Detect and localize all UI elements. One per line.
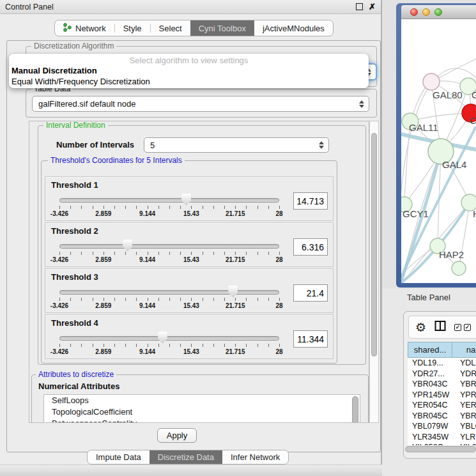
tab-impute-data[interactable]: Impute Data [88,450,150,464]
tab-label: jActiveMNodules [263,24,325,33]
slider-thumb[interactable] [181,194,191,206]
tick-mark [268,252,269,255]
list-scrollbar[interactable] [352,396,358,423]
tick-mark [125,298,126,301]
slider-track[interactable] [59,244,279,249]
threshold-value-field[interactable]: 6.316 [293,238,328,256]
tick-mark [279,252,280,255]
network-canvas[interactable]: GAL80GACGAL11GAL4GCY1HHAP2 [401,19,476,283]
tick-mark [148,206,148,209]
threshold-value-field[interactable]: 11.344 [293,330,328,348]
settings-vertical-scrollbar[interactable] [369,121,379,423]
tick-mark [136,298,137,301]
attribute-list-item[interactable]: SelfLoops [44,395,360,406]
number-of-intervals-combobox[interactable]: 5 [144,137,329,153]
attribute-list-item[interactable]: BetweennessCentrality [44,418,360,423]
table-row[interactable]: YDR27...YDR27... [408,369,476,380]
tick-label: 2.859 [95,210,111,217]
tick-mark [203,252,203,255]
slider-track[interactable] [59,198,279,203]
tab-network[interactable]: Network [55,20,114,36]
network-node[interactable] [423,73,440,90]
table-cell: YDR27... [408,369,452,378]
algorithm-option[interactable]: Equal Width/Frequency Discretization [9,76,369,87]
table-cell: YER054C [452,401,476,410]
control-panel: Control Panel ✗ NetworkStyleSelectCyni T… [0,0,382,476]
slider-thumb[interactable] [228,286,238,298]
table-row[interactable]: YIL052CYIL052C [408,442,476,445]
tab-discretize-data[interactable]: Discretize Data [150,450,222,464]
tick-mark [93,344,93,347]
tick-mark [257,298,258,301]
minimize-traffic-light-icon[interactable] [422,8,430,16]
tick-mark [158,206,159,209]
slider-thumb[interactable] [158,332,167,344]
tab-jactivemnodules[interactable]: jActiveMNodules [254,20,333,36]
slider-track[interactable] [59,336,279,341]
zoom-traffic-light-icon[interactable] [434,8,442,16]
network-node[interactable] [452,261,466,275]
table-row[interactable]: YBR045CYBR045C [408,411,476,422]
float-window-icon[interactable] [356,3,363,10]
network-view-window[interactable]: GAL80GACGAL11GAL4GCY1HHAP2 [396,3,476,288]
tick-mark [93,298,93,301]
tick-mark [279,344,280,347]
tick-mark [169,252,170,255]
threshold-value-field[interactable]: 21.4 [293,284,328,302]
table-data-combobox[interactable]: galFiltered.sif default node [32,96,369,112]
table-row[interactable]: YBL079WYBL079W [408,421,476,432]
checkbox-icon[interactable]: ✓ [454,324,461,331]
tick-mark [180,344,181,347]
tick-mark [235,298,236,301]
tick-mark [148,344,148,347]
control-panel-title: Control Panel [5,3,54,12]
tab-label: Impute Data [96,452,141,462]
split-columns-icon[interactable] [434,320,446,334]
threshold-slider[interactable]: -3.4262.8599.14415.4321.71528 [59,177,279,220]
tick-mark [246,206,247,209]
checkbox-icon[interactable]: ✓ [464,324,471,331]
tick-mark [257,344,258,347]
table-row[interactable]: YBR043CYBR043C [408,379,476,390]
tick-mark [169,344,170,347]
slider-track[interactable] [59,290,279,295]
tick-mark [203,344,203,347]
close-icon[interactable]: ✗ [369,3,376,11]
tab-style[interactable]: Style [115,20,150,36]
threshold-slider[interactable]: -3.4262.8599.14415.4321.71528 [59,315,279,358]
network-window-titlebar[interactable] [401,5,476,19]
network-node-label: GAL4 [442,159,466,170]
table-row[interactable]: YLR345WYLR345W [408,432,476,443]
tick-mark [148,252,148,255]
algorithm-option[interactable]: Manual Discretization [9,65,369,76]
scrollbar-thumb[interactable] [405,446,476,452]
threshold-value-field[interactable]: 14.713 [293,192,328,210]
table-row[interactable]: YDL19...YDL19... [408,358,476,369]
attribute-list-item[interactable]: TopologicalCoefficient [44,406,360,418]
tick-label: 28 [275,348,282,355]
node-attribute-table[interactable]: shared...na... YDL19...YDL19...YDR27...Y… [408,342,476,445]
threshold-slider[interactable]: -3.4262.8599.14415.4321.71528 [59,223,279,266]
slider-thumb[interactable] [123,240,132,252]
numerical-attributes-list[interactable]: SelfLoopsTopologicalCoefficientBetweenne… [43,394,360,423]
tab-select[interactable]: Select [151,20,190,36]
table-column-header[interactable]: na... [452,342,476,358]
table-row[interactable]: YER054CYER054C [408,400,476,411]
thresholds-group-label: Threshold's Coordinates for 5 Intervals [48,156,185,165]
threshold-slider[interactable]: -3.4262.8599.14415.4321.71528 [59,269,279,312]
scrollbar-thumb[interactable] [371,133,377,357]
gear-icon[interactable]: ⚙ [415,321,426,334]
table-row[interactable]: YPR145WYPR145W [408,390,476,401]
tick-mark [104,344,104,347]
combo-arrows-icon [319,141,324,149]
tick-label: -3.426 [50,256,68,263]
table-column-header[interactable]: shared... [408,342,452,358]
tick-mark [158,344,159,347]
table-horizontal-scrollbar[interactable] [405,446,476,452]
tab-cyni-toolbox[interactable]: Cyni Toolbox [190,20,254,36]
apply-button[interactable]: Apply [157,428,197,443]
tick-mark [235,206,236,209]
close-traffic-light-icon[interactable] [410,8,418,16]
tab-infer-network[interactable]: Infer Network [222,450,288,464]
table-cell: YBL079W [408,422,452,431]
